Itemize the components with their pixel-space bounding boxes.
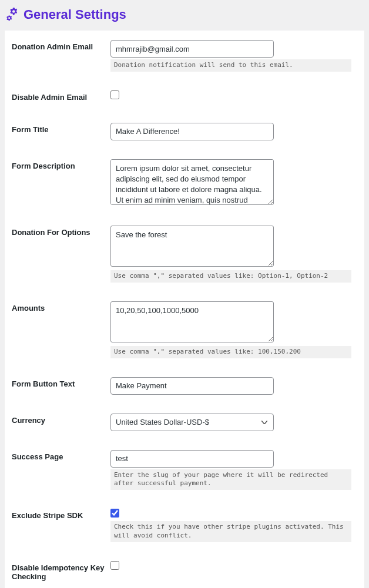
page-header: General Settings (0, 0, 369, 31)
success-page-hint: Enter the slug of your page where it wil… (110, 469, 351, 490)
amounts-label: Amounts (12, 304, 45, 313)
currency-select[interactable]: United States Dollar-USD-$ (110, 414, 274, 431)
exclude-stripe-sdk-checkbox[interactable] (110, 509, 119, 518)
disable-idempotency-label: Disable Idempotency Key Checking (12, 563, 105, 581)
exclude-stripe-sdk-label: Exclude Stripe SDK (12, 511, 83, 520)
disable-idempotency-checkbox[interactable] (110, 561, 119, 570)
disable-admin-email-label: Disable Admin Email (12, 93, 87, 102)
donation-for-options-label: Donation For Options (12, 228, 90, 237)
donation-admin-email-label: Donation Admin Email (12, 42, 93, 51)
form-title-input[interactable] (110, 123, 274, 140)
currency-label: Currency (12, 416, 45, 425)
exclude-stripe-sdk-hint: Check this if you have other stripe plug… (110, 521, 351, 542)
settings-form-table: Donation Admin Email Donation notificati… (5, 31, 364, 588)
form-description-textarea[interactable]: Lorem ipsum dolor sit amet, consectetur … (110, 159, 274, 205)
disable-admin-email-checkbox[interactable] (110, 90, 119, 99)
donation-admin-email-input[interactable] (110, 40, 274, 58)
donation-for-options-hint: Use comma "," separated values like: Opt… (110, 270, 351, 283)
form-description-label: Form Description (12, 162, 75, 170)
form-title-label: Form Title (12, 125, 49, 134)
amounts-hint: Use comma "," separated values like: 100… (110, 346, 351, 358)
settings-card: Donation Admin Email Donation notificati… (5, 31, 364, 588)
gears-icon (6, 8, 19, 22)
page-title: General Settings (24, 7, 126, 22)
success-page-label: Success Page (12, 452, 63, 461)
donation-admin-email-hint: Donation notification will send to this … (110, 59, 351, 72)
donation-for-options-textarea[interactable]: Save the forest (110, 226, 274, 267)
amounts-textarea[interactable]: 10,20,50,100,1000,5000 (110, 301, 274, 342)
success-page-input[interactable] (110, 450, 274, 468)
form-button-text-input[interactable] (110, 377, 274, 395)
form-button-text-label: Form Button Text (12, 379, 75, 388)
